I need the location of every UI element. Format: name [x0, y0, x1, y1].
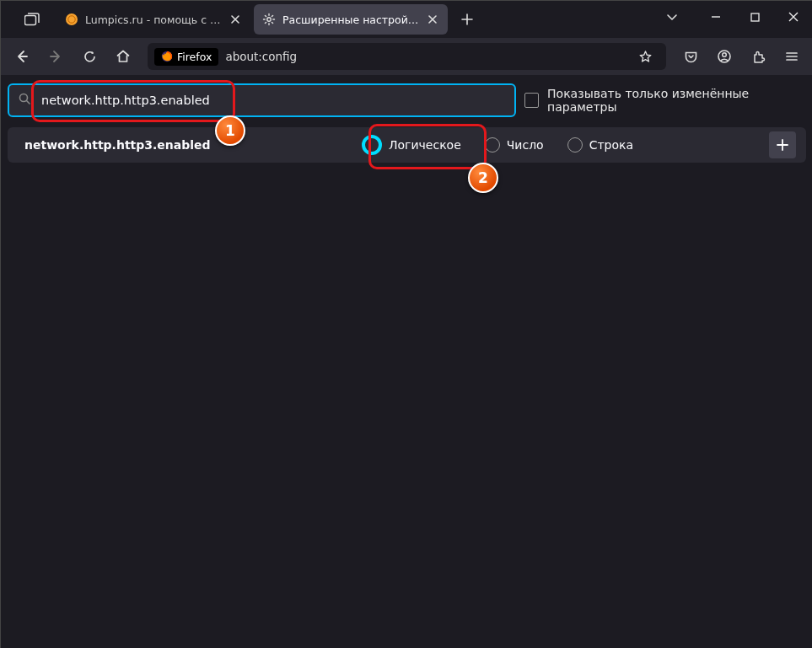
search-box[interactable]	[8, 83, 516, 117]
svg-line-8	[265, 15, 266, 16]
svg-rect-13	[751, 13, 759, 21]
radio-number[interactable]: Число	[485, 137, 544, 153]
tab-close-icon[interactable]	[426, 13, 439, 26]
window-minimize-button[interactable]	[696, 1, 735, 33]
search-row: Показывать только изменённые параметры	[8, 83, 806, 117]
tab-close-icon[interactable]	[229, 13, 242, 26]
window-close-button[interactable]	[774, 1, 812, 33]
svg-rect-0	[25, 16, 36, 25]
favicon-lumpics	[65, 13, 78, 26]
show-modified-toggle[interactable]: Показывать только изменённые параметры	[524, 87, 806, 114]
tab-aboutconfig[interactable]: Расширенные настройки	[254, 4, 448, 35]
search-input[interactable]	[40, 93, 506, 108]
reload-button[interactable]	[75, 42, 104, 71]
browser-window: Lumpics.ru - помощь с компьютером Расшир…	[0, 0, 812, 648]
radio-icon	[485, 137, 500, 153]
account-button[interactable]	[710, 42, 739, 71]
identity-label: Firefox	[177, 51, 212, 63]
svg-point-3	[267, 18, 271, 21]
radio-boolean[interactable]: Логическое	[362, 135, 461, 155]
back-button[interactable]	[8, 42, 36, 71]
add-pref-button[interactable]	[769, 131, 796, 158]
radio-label: Число	[507, 138, 544, 152]
firefox-icon	[161, 51, 173, 62]
forward-button	[41, 42, 70, 71]
show-modified-label: Показывать только изменённые параметры	[547, 87, 806, 114]
radio-icon	[362, 135, 382, 155]
url-bar[interactable]: Firefox about:config	[148, 43, 666, 70]
pref-type-radios: Логическое Число Строка	[362, 135, 633, 155]
new-tab-button[interactable]	[454, 7, 480, 32]
tabs: Lumpics.ru - помощь с компьютером Расшир…	[55, 4, 480, 35]
radio-label: Логическое	[389, 138, 461, 152]
recent-windows-button[interactable]	[18, 5, 46, 34]
bookmark-star-icon[interactable]	[631, 42, 659, 71]
svg-line-10	[272, 15, 272, 16]
identity-badge[interactable]: Firefox	[154, 48, 218, 66]
svg-point-1	[66, 13, 78, 25]
svg-line-11	[265, 22, 266, 23]
extensions-button[interactable]	[744, 42, 772, 71]
checkbox-icon[interactable]	[524, 93, 539, 108]
window-maximize-button[interactable]	[735, 1, 774, 33]
svg-line-21	[27, 101, 30, 104]
tab-title: Lumpics.ru - помощь с компьютером	[85, 13, 222, 26]
home-button[interactable]	[109, 42, 137, 71]
tab-lumpics[interactable]: Lumpics.ru - помощь с компьютером	[56, 4, 250, 35]
pref-row: network.http.http3.enabled Логическое Чи…	[8, 127, 806, 163]
radio-string[interactable]: Строка	[567, 137, 633, 153]
search-wrap	[8, 83, 516, 117]
pref-name: network.http.http3.enabled	[18, 138, 362, 152]
gear-icon	[262, 13, 276, 26]
titlebar: Lumpics.ru - помощь с компьютером Расшир…	[1, 1, 812, 38]
radio-label: Строка	[589, 138, 633, 152]
url-text: about:config	[225, 50, 297, 63]
window-controls	[696, 1, 812, 33]
search-icon	[18, 92, 31, 105]
tab-list-chevron-icon[interactable]	[666, 11, 678, 23]
about-config-content: Показывать только изменённые параметры n…	[1, 75, 812, 176]
tab-title: Расширенные настройки	[282, 13, 419, 26]
radio-icon	[567, 137, 583, 153]
app-menu-button[interactable]	[777, 42, 806, 71]
svg-point-16	[723, 53, 727, 57]
svg-line-9	[272, 22, 272, 23]
nav-toolbar: Firefox about:config	[1, 38, 812, 75]
pocket-button[interactable]	[676, 42, 705, 71]
